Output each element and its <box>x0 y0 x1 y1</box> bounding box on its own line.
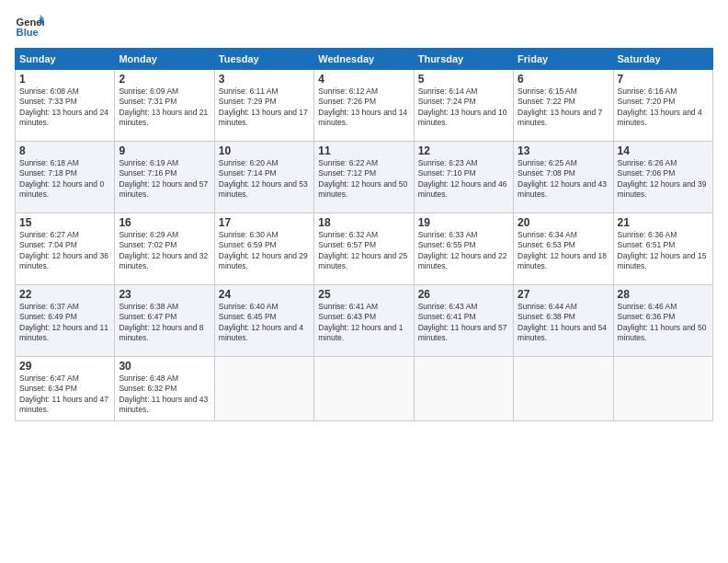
calendar-cell: 24Sunrise: 6:40 AMSunset: 6:45 PMDayligh… <box>214 285 313 357</box>
weekday-header-wednesday: Wednesday <box>314 49 414 70</box>
day-number: 20 <box>518 216 609 229</box>
day-info: Sunrise: 6:48 AMSunset: 6:32 PMDaylight:… <box>119 373 210 416</box>
weekday-header-tuesday: Tuesday <box>214 49 313 70</box>
day-number: 30 <box>119 360 210 373</box>
day-number: 12 <box>418 144 509 157</box>
logo-icon: General Blue <box>15 11 44 40</box>
calendar-cell: 22Sunrise: 6:37 AMSunset: 6:49 PMDayligh… <box>16 285 115 357</box>
day-number: 3 <box>219 73 310 86</box>
logo: General Blue <box>15 11 44 40</box>
day-number: 16 <box>119 216 210 229</box>
day-info: Sunrise: 6:11 AMSunset: 7:29 PMDaylight:… <box>219 86 310 129</box>
day-info: Sunrise: 6:27 AMSunset: 7:04 PMDaylight:… <box>19 230 110 272</box>
day-number: 22 <box>19 288 110 301</box>
day-info: Sunrise: 6:14 AMSunset: 7:24 PMDaylight:… <box>418 86 509 129</box>
day-number: 21 <box>618 216 709 229</box>
calendar-cell: 13Sunrise: 6:25 AMSunset: 7:08 PMDayligh… <box>514 142 613 213</box>
calendar-cell: 10Sunrise: 6:20 AMSunset: 7:14 PMDayligh… <box>214 142 313 213</box>
day-info: Sunrise: 6:18 AMSunset: 7:18 PMDaylight:… <box>19 158 110 201</box>
calendar-table: SundayMondayTuesdayWednesdayThursdayFrid… <box>15 48 713 421</box>
calendar-cell: 29Sunrise: 6:47 AMSunset: 6:34 PMDayligh… <box>16 357 115 421</box>
day-info: Sunrise: 6:09 AMSunset: 7:31 PMDaylight:… <box>119 86 210 129</box>
calendar-cell: 28Sunrise: 6:46 AMSunset: 6:36 PMDayligh… <box>613 285 712 357</box>
page-header: General Blue <box>15 11 713 40</box>
day-info: Sunrise: 6:19 AMSunset: 7:16 PMDaylight:… <box>119 158 210 201</box>
day-number: 13 <box>518 144 609 157</box>
calendar-cell: 4Sunrise: 6:12 AMSunset: 7:26 PMDaylight… <box>314 70 414 142</box>
day-number: 7 <box>618 73 709 86</box>
day-number: 6 <box>518 73 609 86</box>
calendar-cell: 8Sunrise: 6:18 AMSunset: 7:18 PMDaylight… <box>16 142 115 213</box>
calendar-cell: 16Sunrise: 6:29 AMSunset: 7:02 PMDayligh… <box>115 213 214 285</box>
day-number: 1 <box>19 73 110 86</box>
calendar-cell: 3Sunrise: 6:11 AMSunset: 7:29 PMDaylight… <box>214 70 313 142</box>
day-number: 15 <box>19 216 110 229</box>
day-info: Sunrise: 6:20 AMSunset: 7:14 PMDaylight:… <box>219 158 310 201</box>
day-number: 29 <box>19 360 110 373</box>
day-info: Sunrise: 6:38 AMSunset: 6:47 PMDaylight:… <box>119 302 210 344</box>
day-info: Sunrise: 6:16 AMSunset: 7:20 PMDaylight:… <box>618 86 709 129</box>
calendar-cell: 15Sunrise: 6:27 AMSunset: 7:04 PMDayligh… <box>16 213 115 285</box>
day-info: Sunrise: 6:12 AMSunset: 7:26 PMDaylight:… <box>318 86 409 129</box>
calendar-cell: 12Sunrise: 6:23 AMSunset: 7:10 PMDayligh… <box>414 142 513 213</box>
day-number: 27 <box>518 288 609 301</box>
calendar-cell <box>414 357 513 421</box>
day-number: 9 <box>119 144 210 157</box>
day-info: Sunrise: 6:32 AMSunset: 6:57 PMDaylight:… <box>318 230 409 272</box>
day-info: Sunrise: 6:46 AMSunset: 6:36 PMDaylight:… <box>618 302 709 344</box>
calendar-cell <box>314 357 414 421</box>
day-info: Sunrise: 6:15 AMSunset: 7:22 PMDaylight:… <box>518 86 609 129</box>
calendar-cell <box>214 357 313 421</box>
day-number: 10 <box>219 144 310 157</box>
calendar-cell: 6Sunrise: 6:15 AMSunset: 7:22 PMDaylight… <box>514 70 613 142</box>
calendar-cell: 11Sunrise: 6:22 AMSunset: 7:12 PMDayligh… <box>314 142 414 213</box>
calendar-cell: 20Sunrise: 6:34 AMSunset: 6:53 PMDayligh… <box>514 213 613 285</box>
weekday-header-thursday: Thursday <box>414 49 513 70</box>
day-number: 24 <box>219 288 310 301</box>
weekday-header-sunday: Sunday <box>16 49 115 70</box>
day-number: 25 <box>318 288 409 301</box>
calendar-cell: 14Sunrise: 6:26 AMSunset: 7:06 PMDayligh… <box>613 142 712 213</box>
calendar-cell: 7Sunrise: 6:16 AMSunset: 7:20 PMDaylight… <box>613 70 712 142</box>
day-info: Sunrise: 6:43 AMSunset: 6:41 PMDaylight:… <box>418 302 509 344</box>
calendar-cell: 18Sunrise: 6:32 AMSunset: 6:57 PMDayligh… <box>314 213 414 285</box>
calendar-cell: 21Sunrise: 6:36 AMSunset: 6:51 PMDayligh… <box>613 213 712 285</box>
day-info: Sunrise: 6:47 AMSunset: 6:34 PMDaylight:… <box>19 373 110 416</box>
calendar-cell: 17Sunrise: 6:30 AMSunset: 6:59 PMDayligh… <box>214 213 313 285</box>
calendar-cell <box>514 357 613 421</box>
day-info: Sunrise: 6:34 AMSunset: 6:53 PMDaylight:… <box>518 230 609 272</box>
calendar-cell: 9Sunrise: 6:19 AMSunset: 7:16 PMDaylight… <box>115 142 214 213</box>
day-info: Sunrise: 6:22 AMSunset: 7:12 PMDaylight:… <box>318 158 409 201</box>
calendar-cell: 26Sunrise: 6:43 AMSunset: 6:41 PMDayligh… <box>414 285 513 357</box>
calendar-cell: 1Sunrise: 6:08 AMSunset: 7:33 PMDaylight… <box>16 70 115 142</box>
calendar-cell: 19Sunrise: 6:33 AMSunset: 6:55 PMDayligh… <box>414 213 513 285</box>
calendar-cell: 23Sunrise: 6:38 AMSunset: 6:47 PMDayligh… <box>115 285 214 357</box>
day-number: 14 <box>618 144 709 157</box>
svg-text:Blue: Blue <box>17 27 39 38</box>
day-number: 11 <box>318 144 409 157</box>
day-info: Sunrise: 6:08 AMSunset: 7:33 PMDaylight:… <box>19 86 110 129</box>
weekday-header-friday: Friday <box>514 49 613 70</box>
calendar-cell <box>613 357 712 421</box>
day-info: Sunrise: 6:33 AMSunset: 6:55 PMDaylight:… <box>418 230 509 272</box>
day-info: Sunrise: 6:30 AMSunset: 6:59 PMDaylight:… <box>219 230 310 272</box>
calendar-cell: 2Sunrise: 6:09 AMSunset: 7:31 PMDaylight… <box>115 70 214 142</box>
day-info: Sunrise: 6:26 AMSunset: 7:06 PMDaylight:… <box>618 158 709 201</box>
weekday-header-monday: Monday <box>115 49 214 70</box>
day-info: Sunrise: 6:29 AMSunset: 7:02 PMDaylight:… <box>119 230 210 272</box>
day-number: 17 <box>219 216 310 229</box>
calendar-cell: 27Sunrise: 6:44 AMSunset: 6:38 PMDayligh… <box>514 285 613 357</box>
day-number: 26 <box>418 288 509 301</box>
weekday-header-saturday: Saturday <box>613 49 712 70</box>
day-number: 28 <box>618 288 709 301</box>
day-number: 8 <box>19 144 110 157</box>
day-info: Sunrise: 6:44 AMSunset: 6:38 PMDaylight:… <box>518 302 609 344</box>
day-info: Sunrise: 6:41 AMSunset: 6:43 PMDaylight:… <box>318 302 409 344</box>
calendar-cell: 25Sunrise: 6:41 AMSunset: 6:43 PMDayligh… <box>314 285 414 357</box>
weekday-header-row: SundayMondayTuesdayWednesdayThursdayFrid… <box>16 49 713 70</box>
day-number: 4 <box>318 73 409 86</box>
calendar-cell: 5Sunrise: 6:14 AMSunset: 7:24 PMDaylight… <box>414 70 513 142</box>
day-info: Sunrise: 6:23 AMSunset: 7:10 PMDaylight:… <box>418 158 509 201</box>
day-number: 2 <box>119 73 210 86</box>
day-number: 5 <box>418 73 509 86</box>
